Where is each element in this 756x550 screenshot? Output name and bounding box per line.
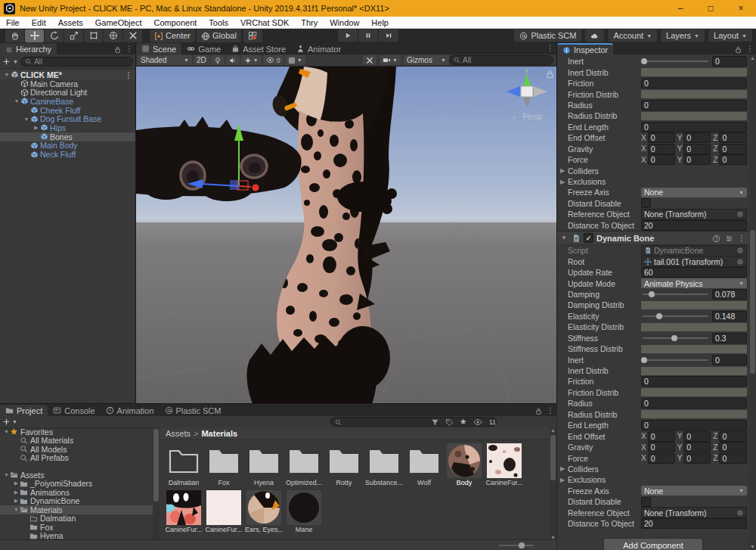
inspector-row-friction-field[interactable]: 0 [641, 78, 747, 89]
tab-scene[interactable]: Scene [136, 43, 181, 54]
tab-inspector[interactable]: Inspector [557, 43, 613, 54]
audio-toggle-button[interactable] [226, 55, 240, 65]
tab-plastic-scm[interactable]: Plastic SCM [160, 405, 227, 416]
camera-settings-dropdown[interactable]: ▼ [380, 55, 401, 65]
project-content-scrollbar[interactable]: ▲ ▼ [550, 427, 556, 540]
lock-icon[interactable] [113, 44, 122, 54]
pivot-toggle-button[interactable]: Center [150, 30, 195, 42]
foldout-arrow-icon[interactable]: ▶ [560, 477, 568, 483]
inspector-row-update-rate-field[interactable]: 60 [641, 267, 747, 278]
inspector-row-gravity-z-field[interactable]: 0 [719, 442, 747, 452]
project-tree-materials[interactable]: ▼Materials [0, 505, 153, 514]
project-tree-animations[interactable]: ▶Animations [0, 488, 153, 497]
hand-tool[interactable] [5, 30, 24, 42]
asset-mane[interactable]: Mane [285, 490, 323, 534]
inspector-row-stiffness-distrib-curve-field[interactable] [641, 345, 747, 353]
tab-animator[interactable]: Animator [291, 43, 346, 54]
inspector-row-inert-distrib-curve-field[interactable] [641, 367, 747, 375]
inspector-row-end-length-field[interactable]: 0 [641, 122, 747, 132]
effects-dropdown[interactable]: ▼ [241, 55, 262, 65]
foldout-arrow-icon[interactable]: ▶ [560, 465, 568, 472]
inspector-row-distance-to-object-field[interactable]: 20 [641, 220, 747, 231]
foldout-arrow-icon[interactable]: ▼ [561, 235, 569, 241]
inspector-row-gravity-x-field[interactable]: 0 [648, 442, 675, 452]
foldout-arrow-icon[interactable]: ▶ [13, 498, 20, 504]
shading-mode-dropdown[interactable]: Shaded▼ [138, 55, 192, 65]
kebab-menu-icon[interactable]: ⋮ [738, 234, 745, 242]
menu-tools[interactable]: Tools [203, 18, 234, 27]
inspector-row-elasticity-distrib-curve-field[interactable] [641, 323, 747, 331]
persp-label[interactable]: Persp [522, 113, 543, 121]
transform-tool[interactable] [104, 30, 122, 42]
hierarchy-item-hips[interactable]: ▶Hips [0, 123, 135, 132]
menu-vrchat-sdk[interactable]: VRChat SDK [234, 18, 295, 27]
pause-button[interactable] [358, 30, 378, 42]
inspector-row-damping-value-field[interactable]: 0.078 [712, 289, 747, 300]
project-tree-all-prefabs[interactable]: All Prefabs [0, 454, 153, 463]
hierarchy-item-cheek-fluff[interactable]: Cheek Fluff [0, 106, 135, 115]
menu-thry[interactable]: Thry [295, 18, 324, 27]
asset-ears-eyes[interactable]: Ears, Eyes,... [245, 490, 283, 534]
inspector-row-end-offset-z-field[interactable]: 0 [719, 431, 747, 442]
account-dropdown[interactable]: Account▼ [608, 30, 657, 42]
inspector-row-end-offset-y-field[interactable]: 0 [683, 431, 711, 442]
project-tree-assets[interactable]: ▼Assets [0, 471, 153, 480]
inspector-row-friction-distrib-curve-field[interactable] [641, 90, 747, 98]
inspector-row-freeze-axis-dropdown[interactable]: None▼ [641, 486, 747, 496]
lock-icon[interactable] [734, 44, 742, 54]
chevron-down-icon[interactable]: ▼ [12, 419, 17, 424]
asset-fox[interactable]: Fox [205, 443, 243, 487]
inspector-row-radius-distrib-curve-field[interactable] [641, 410, 747, 418]
search-by-label-icon[interactable] [445, 417, 454, 427]
inspector-row-end-offset-x-field[interactable]: 0 [648, 132, 675, 143]
inspector-row-inert-value-field[interactable]: 0 [712, 56, 747, 67]
gizmos-dropdown[interactable]: Gizmos▼ [404, 55, 449, 65]
project-tree-dalmatian[interactable]: Dalmatian [0, 514, 153, 524]
inspector-row-force-y-field[interactable]: 0 [683, 154, 711, 165]
inspector-row-distant-disable-checkbox[interactable] [641, 198, 651, 208]
tab-project[interactable]: Project [0, 405, 48, 416]
menu-window[interactable]: Window [324, 18, 365, 27]
foldout-arrow-icon[interactable]: ▼ [13, 98, 20, 104]
add-component-button[interactable]: Add Component [603, 538, 703, 550]
inspector-row-friction-distrib-curve-field[interactable] [641, 388, 747, 396]
inspector-row-radius-field[interactable]: 0 [641, 100, 747, 110]
menu-gameobject[interactable]: GameObject [89, 18, 148, 27]
menu-file[interactable]: File [0, 18, 26, 27]
inspector-row-inert-value-field[interactable]: 0 [712, 355, 747, 365]
inspector-row-end-offset-z-field[interactable]: 0 [719, 132, 747, 143]
foldout-arrow-icon[interactable]: ▶ [560, 167, 568, 174]
asset-caninefur[interactable]: CanineFur... [205, 490, 243, 534]
create-add-button[interactable] [2, 57, 11, 66]
project-tree-fox[interactable]: Fox [0, 523, 153, 532]
inspector-row-force-z-field[interactable]: 0 [719, 154, 747, 165]
inspector-row-stiffness-value-field[interactable]: 0.3 [712, 333, 747, 343]
inspector-row-damping-slider[interactable] [641, 290, 710, 299]
plastic-scm-button[interactable]: Plastic SCM [514, 30, 581, 42]
lock-icon[interactable] [534, 406, 543, 415]
layers-dropdown[interactable]: Layers▼ [661, 30, 705, 42]
project-tree-all-models[interactable]: All Models [0, 445, 153, 454]
tab-hierarchy[interactable]: Hierarchy [0, 43, 57, 54]
menu-component[interactable]: Component [147, 18, 203, 27]
dynamic-bone-component-header[interactable]: ▼ ✓ Dynamic Bone ⋮ [557, 231, 749, 245]
component-enabled-checkbox[interactable]: ✓ [584, 233, 593, 243]
close-button[interactable]: × [726, 0, 756, 17]
hierarchy-item-main-camera[interactable]: Main Camera [0, 79, 135, 89]
inspector-row-force-x-field[interactable]: 0 [648, 154, 675, 165]
help-icon[interactable] [712, 233, 720, 243]
asset-caninefur[interactable]: CanineFur... [165, 490, 203, 534]
rect-tool[interactable] [84, 30, 103, 42]
favorites-star-icon[interactable]: ★ [460, 417, 467, 427]
inspector-row-reference-object-object-field[interactable]: None (Transform) [641, 507, 747, 518]
inspector-row-force-x-field[interactable]: 0 [648, 453, 675, 464]
hierarchy-item-neck-fluff[interactable]: Neck Fluff [0, 150, 135, 159]
scene-viewport[interactable]: y z ‹ Persp [136, 67, 556, 404]
project-tree-poiyomishaders[interactable]: ▶_PoiyomiShaders [0, 480, 153, 489]
menu-assets[interactable]: Assets [52, 18, 89, 27]
inspector-row-root-object-field[interactable]: tail.001 (Transform) [641, 256, 747, 267]
project-tree-scrollbar[interactable] [153, 427, 160, 540]
tab-console[interactable]: Console [48, 405, 100, 416]
thumbnail-size-slider[interactable] [499, 545, 534, 546]
maximize-button[interactable]: □ [696, 0, 726, 17]
